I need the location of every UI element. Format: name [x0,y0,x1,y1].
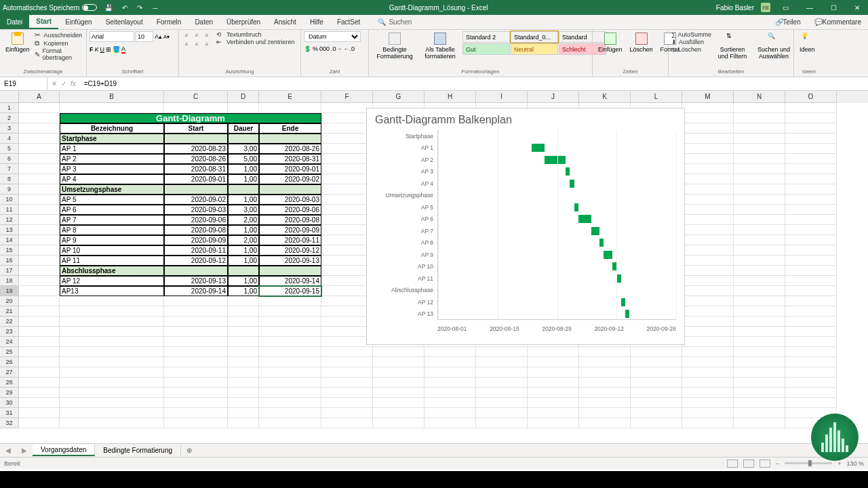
cell-D22[interactable] [228,317,259,327]
cell-B24[interactable] [60,337,164,347]
cell-A8[interactable] [19,174,60,184]
cell-D11[interactable]: 3,00 [228,205,259,215]
cell-C14[interactable]: 2020-09-09 [164,235,228,245]
cell-A22[interactable] [19,317,60,327]
cell-C11[interactable]: 2020-09-03 [164,205,228,215]
cell-F12[interactable] [321,215,373,225]
cell-M24[interactable] [682,337,734,347]
sort-filter-button[interactable]: ⇅Sortieren und Filtern [713,31,751,61]
delete-cells-button[interactable]: Löschen [627,31,656,54]
cell-D6[interactable]: 5,00 [228,154,259,164]
sheet-nav-next[interactable]: ▶ [16,447,33,454]
cell-C28[interactable] [164,378,228,388]
cell-M1[interactable] [682,103,734,113]
indent-dec-button[interactable]: ⇤ [216,39,222,45]
close-icon[interactable]: ✕ [849,4,865,12]
row-header[interactable]: 19 [0,286,19,296]
cell-L26[interactable] [631,357,682,367]
cell-C8[interactable]: 2020-09-01 [164,174,228,184]
cell-B2[interactable]: Gantt-Diagramm [60,113,321,123]
row-header[interactable]: 27 [0,367,19,378]
fill-button[interactable]: ⬇ Ausfüllen [671,39,711,45]
tab-formulas[interactable]: Formeln [150,15,189,29]
share-button[interactable]: 🔗 Teilen [768,18,808,26]
cell-M18[interactable] [682,276,734,286]
cell-D19[interactable]: 1,00 [228,286,259,296]
align-left-button[interactable]: ≡ [182,40,191,48]
cell-F27[interactable] [321,367,373,378]
font-size-select[interactable] [136,31,153,42]
cell-N1[interactable] [734,103,785,113]
cell-B10[interactable]: AP 5 [60,195,164,205]
cell-O23[interactable] [785,327,837,337]
cell-M16[interactable] [682,256,734,266]
cell-B28[interactable] [60,378,164,388]
cell-J29[interactable] [528,388,579,398]
page-break-view-button[interactable] [760,460,770,468]
cell-A27[interactable] [19,367,60,378]
copy-button[interactable]: Kopieren [35,39,83,47]
cell-A30[interactable] [19,398,60,408]
cell-F8[interactable] [321,174,373,184]
cell-M19[interactable] [682,286,734,296]
cell-A24[interactable] [19,337,60,347]
maximize-icon[interactable]: ☐ [825,4,842,12]
cell-J32[interactable] [528,418,579,428]
cell-C32[interactable] [164,418,228,428]
cell-F31[interactable] [321,408,373,418]
cell-C31[interactable] [164,408,228,418]
italic-button[interactable]: K [95,46,99,53]
cell-M4[interactable] [682,134,734,144]
cell-B20[interactable] [60,296,164,306]
formula-input[interactable]: =C19+D19 [80,80,868,87]
cell-F4[interactable] [321,134,373,144]
sheet-nav-prev[interactable]: ◀ [0,447,16,454]
cell-A5[interactable] [19,144,60,154]
cell-C23[interactable] [164,327,228,337]
cell-N19[interactable] [734,286,785,296]
cell-F11[interactable] [321,205,373,215]
cell-O18[interactable] [785,276,837,286]
cell-E9[interactable] [259,184,321,195]
cell-E3[interactable]: Ende [259,123,321,134]
cell-E4[interactable] [259,134,321,144]
comments-button[interactable]: 💬 Kommentare [808,18,868,26]
cell-G25[interactable] [373,347,425,357]
cell-A25[interactable] [19,347,60,357]
cell-N23[interactable] [734,327,785,337]
cell-I30[interactable] [476,398,528,408]
cell-O7[interactable] [785,164,837,174]
cell-A6[interactable] [19,154,60,164]
cell-K28[interactable] [579,378,631,388]
cell-N21[interactable] [734,306,785,317]
cell-D15[interactable]: 1,00 [228,245,259,256]
cell-M28[interactable] [682,378,734,388]
cell-D5[interactable]: 3,00 [228,144,259,154]
cell-F3[interactable] [321,123,373,134]
cell-F30[interactable] [321,398,373,408]
cell-C21[interactable] [164,306,228,317]
cell-O28[interactable] [785,378,837,388]
cell-M26[interactable] [682,357,734,367]
cell-N20[interactable] [734,296,785,306]
cell-A1[interactable] [19,103,60,113]
cell-A14[interactable] [19,235,60,245]
autosave-toggle[interactable]: Automatisches Speichern [3,4,97,12]
cell-M27[interactable] [682,367,734,378]
cell-D20[interactable] [228,296,259,306]
cell-B26[interactable] [60,357,164,367]
row-header[interactable]: 2 [0,113,19,123]
cell-N32[interactable] [734,418,785,428]
cell-N28[interactable] [734,378,785,388]
column-header-I[interactable]: I [476,91,528,103]
row-header[interactable]: 11 [0,205,19,215]
column-header-O[interactable]: O [785,91,837,103]
cell-D29[interactable] [228,388,259,398]
cell-F20[interactable] [321,296,373,306]
paste-button[interactable]: Einfügen [3,31,33,54]
row-header[interactable]: 24 [0,337,19,347]
align-middle-button[interactable]: ≡ [192,31,201,39]
user-avatar[interactable]: FB [761,3,770,12]
worksheet[interactable]: ABCDEFGHIJKLMNO 12Gantt-Diagramm3Bezeich… [0,91,868,443]
format-as-table-button[interactable]: Als Tabelle formatieren [420,31,460,61]
